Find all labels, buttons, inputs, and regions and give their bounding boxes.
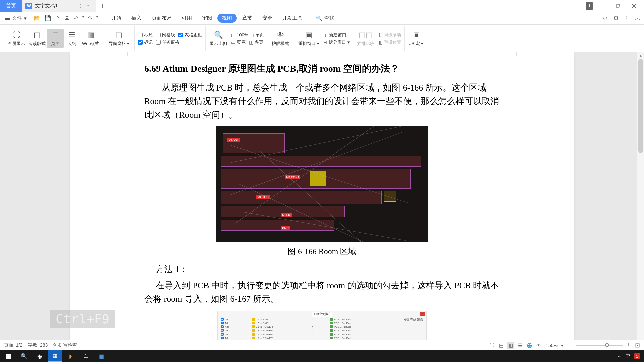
feedback-icon[interactable]: ☺ bbox=[602, 15, 608, 22]
fullscreen-view-icon[interactable]: ⛶ bbox=[488, 342, 495, 349]
present-icon[interactable]: ⛶ bbox=[80, 3, 85, 9]
paragraph-2[interactable]: 在导入到 PCB 中时，执行变更的选项栏中将 room 的选项的勾去掉，这样导入… bbox=[144, 279, 500, 306]
tab-view[interactable]: 视图 bbox=[217, 14, 237, 23]
syncscroll-button: ⇅同步滚动 bbox=[378, 32, 401, 38]
reading-view-icon[interactable]: ▤ bbox=[497, 342, 505, 349]
status-spell[interactable]: ✎ 拼写检查 bbox=[53, 342, 77, 348]
wps-icon[interactable]: ▦ bbox=[48, 350, 62, 362]
tab-chapter[interactable]: 章节 bbox=[237, 14, 257, 23]
multipage-button[interactable]: ▥多页 bbox=[249, 39, 263, 45]
outline-view-button[interactable]: ☰大纲 bbox=[64, 31, 80, 47]
rearrange-button[interactable]: ▣重排窗口 ▾ bbox=[297, 31, 321, 47]
svg-rect-1 bbox=[616, 5, 619, 8]
page-view-button[interactable]: ▥页面 bbox=[47, 29, 64, 48]
tab-review[interactable]: 审阅 bbox=[197, 14, 217, 23]
heading[interactable]: 6.69 Atium Designer 原理图生成 PCB,取消 room 空间… bbox=[144, 62, 500, 75]
modified-dot: • bbox=[87, 2, 89, 9]
word-icon: W bbox=[25, 3, 32, 9]
ruler-checkbox[interactable]: 标尺 bbox=[138, 32, 153, 38]
resetpos-button: ◧重设位置 bbox=[378, 39, 401, 45]
tab-devtools[interactable]: 开发工具 bbox=[278, 14, 307, 23]
tab-security[interactable]: 安全 bbox=[258, 14, 277, 23]
explorer-icon[interactable]: 🗀 bbox=[78, 350, 93, 362]
ime-lang[interactable]: 中 bbox=[626, 353, 630, 359]
markup-checkbox[interactable]: 标记 bbox=[138, 39, 153, 45]
method-1-title[interactable]: 方法 1： bbox=[144, 263, 500, 276]
web-view-button[interactable]: ▦Web版式 bbox=[80, 31, 101, 47]
maximize-button[interactable] bbox=[610, 0, 625, 12]
ime-badge[interactable]: S bbox=[634, 353, 640, 359]
zoom-out-button[interactable]: − bbox=[567, 342, 572, 349]
fullscreen-button[interactable]: ⛶全屏显示 bbox=[7, 31, 27, 47]
splitwindow-button[interactable]: ⊟拆分窗口 ▾ bbox=[323, 39, 350, 45]
gridlines-checkbox[interactable]: 网格线 bbox=[156, 32, 175, 38]
outline-view-icon[interactable]: ☰ bbox=[516, 342, 524, 349]
new-tab-button[interactable]: + bbox=[96, 0, 109, 12]
print-preview-icon[interactable]: 🖶 bbox=[64, 15, 70, 21]
document-page: 6.69 Atium Designer 原理图生成 PCB,取消 room 空间… bbox=[70, 52, 574, 350]
file-menu[interactable]: 文件 ▾ bbox=[3, 15, 28, 21]
tab-start[interactable]: 开始 bbox=[107, 14, 126, 23]
undo-dropdown-icon[interactable]: ▾ bbox=[82, 15, 84, 21]
tablebox-checkbox[interactable]: 表格虚框 bbox=[178, 32, 202, 38]
more-icon[interactable]: ⋮ bbox=[624, 15, 630, 22]
status-page[interactable]: 页面: 1/2 bbox=[4, 342, 22, 348]
search-label: 查找 bbox=[324, 15, 334, 21]
eye-view-icon[interactable]: 👁 bbox=[535, 342, 542, 349]
navpane-button[interactable]: ▤导航窗格 ▾ bbox=[107, 31, 131, 47]
redo-icon[interactable]: ↷ bbox=[88, 15, 92, 21]
svg-rect-2 bbox=[617, 4, 620, 7]
tab-document[interactable]: W 文字文稿1 ⛶ • bbox=[22, 0, 96, 12]
page-view-icon[interactable]: ▥ bbox=[507, 342, 514, 349]
web-view-icon[interactable]: 🌐 bbox=[526, 342, 533, 349]
doc-title: 文字文稿1 bbox=[35, 3, 58, 9]
eyecare-button[interactable]: 👁护眼模式 bbox=[270, 31, 290, 47]
zoom-button[interactable]: 🔍显示比例 bbox=[208, 31, 228, 47]
keystroke-overlay: Ctrl+F9 bbox=[50, 310, 115, 328]
tab-insert[interactable]: 插入 bbox=[127, 14, 146, 23]
newwindow-button[interactable]: ◫新建窗口 bbox=[323, 32, 350, 38]
zoom-value[interactable]: 150% bbox=[546, 343, 558, 348]
taskpane-checkbox[interactable]: 任务窗格 bbox=[156, 39, 179, 45]
search-button[interactable]: 🔍 bbox=[17, 350, 32, 362]
chrome-icon[interactable]: ◉ bbox=[32, 350, 47, 362]
tab-references[interactable]: 引用 bbox=[177, 14, 197, 23]
figure-caption-1[interactable]: 图 6-166 Room 区域 bbox=[144, 246, 500, 257]
settings-icon[interactable]: ⚙ bbox=[613, 15, 619, 22]
hamburger-icon bbox=[5, 16, 10, 21]
figure-6-166: USART NRF51x2 MOTOR MCU2 BMP bbox=[216, 126, 428, 242]
print-icon[interactable]: 🖨 bbox=[55, 15, 60, 21]
scroll-up-arrow[interactable]: ▲ bbox=[637, 52, 644, 59]
chevron-down-icon: ▾ bbox=[24, 15, 27, 21]
undo-icon[interactable]: ↶ bbox=[74, 15, 78, 21]
zoom-handle[interactable] bbox=[605, 343, 609, 347]
tray-expand-icon[interactable]: ︿ bbox=[617, 353, 622, 359]
pagewidth-button[interactable]: ▭页宽 bbox=[231, 39, 246, 45]
app2-icon[interactable]: ◗ bbox=[63, 350, 78, 362]
status-words[interactable]: 字数: 283 bbox=[28, 342, 48, 348]
open-icon[interactable]: 📂 bbox=[34, 15, 40, 21]
scroll-thumb[interactable] bbox=[638, 59, 643, 153]
save-icon[interactable]: 💾 bbox=[44, 15, 51, 21]
sidebyside-button: ◫◫并排比较 bbox=[356, 31, 376, 47]
start-button[interactable] bbox=[1, 350, 16, 362]
zoom-slider[interactable] bbox=[576, 345, 623, 346]
tab-home[interactable]: 首页 bbox=[0, 0, 22, 12]
vertical-scrollbar[interactable]: ▲ ▼ bbox=[637, 52, 644, 350]
jsmacro-button[interactable]: ▣JS 宏 ▾ bbox=[408, 31, 425, 47]
search-box[interactable]: 🔍 查找 bbox=[316, 15, 334, 21]
reading-view-button[interactable]: ▤阅读版式 bbox=[27, 31, 47, 47]
zoom-in-button[interactable]: + bbox=[626, 342, 631, 349]
tab-pagelayout[interactable]: 页面布局 bbox=[147, 14, 176, 23]
onepage-button[interactable]: ▯单页 bbox=[251, 32, 264, 38]
collapse-ribbon-icon[interactable]: ︿ bbox=[635, 14, 641, 22]
app3-icon[interactable]: ▣ bbox=[94, 350, 109, 362]
zoom-fit-button[interactable]: ⊡ bbox=[635, 342, 640, 349]
close-button[interactable] bbox=[627, 0, 641, 12]
paragraph-1[interactable]: 从原理图生成 PCB 时，总会生成一个或者多个网络区域，如图 6-166 所示。… bbox=[144, 81, 500, 122]
redo-dropdown-icon[interactable]: ▾ bbox=[96, 15, 98, 21]
file-label: 文件 bbox=[12, 15, 22, 21]
minimize-button[interactable] bbox=[594, 0, 609, 12]
notification-badge[interactable]: 1 bbox=[586, 2, 593, 10]
pct100-button[interactable]: ◫100% bbox=[231, 32, 248, 38]
